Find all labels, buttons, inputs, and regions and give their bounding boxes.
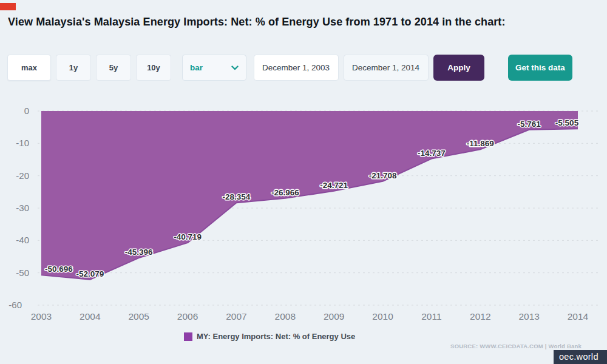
x-tick-label: 2004 bbox=[80, 311, 101, 322]
x-tick-label: 2013 bbox=[518, 311, 539, 322]
data-label: -52.079 bbox=[76, 269, 104, 278]
x-tick-label: 2007 bbox=[226, 311, 246, 322]
data-label: -14.737 bbox=[418, 149, 446, 158]
x-tick-label: 2009 bbox=[324, 311, 344, 322]
y-tick-label: -30 bbox=[16, 203, 29, 213]
y-tick-label: -40 bbox=[16, 235, 29, 245]
x-tick-label: 2011 bbox=[421, 311, 441, 322]
data-label: -50.696 bbox=[45, 265, 73, 274]
x-tick-label: 2008 bbox=[275, 311, 296, 322]
chart: 0-10-20-30-40-50-60200320042005200620072… bbox=[0, 0, 607, 364]
x-tick-label: 2010 bbox=[372, 311, 393, 322]
y-tick-label: -50 bbox=[16, 268, 29, 278]
source-attribution: SOURCE: WWW.CEICDATA.COM | World Bank bbox=[450, 343, 582, 349]
data-label: -26.966 bbox=[271, 188, 299, 197]
data-label: -5.761 bbox=[517, 120, 541, 129]
y-tick-label: -10 bbox=[16, 138, 29, 148]
x-tick-label: 2014 bbox=[568, 311, 589, 322]
x-tick-label: 2012 bbox=[470, 311, 490, 322]
x-tick-label: 2006 bbox=[177, 311, 198, 322]
x-tick-label: 2005 bbox=[128, 311, 149, 322]
data-label: -21.708 bbox=[369, 171, 397, 180]
data-label: -5.505 bbox=[555, 118, 579, 127]
data-label: -28.354 bbox=[223, 192, 251, 201]
page: View Malaysia's Malaysia Energy Imports:… bbox=[0, 0, 607, 364]
legend-label: MY: Energy Imports: Net: % of Energy Use bbox=[197, 332, 355, 341]
data-label: -45.396 bbox=[125, 248, 153, 257]
data-label: -11.869 bbox=[467, 139, 494, 148]
legend: MY: Energy Imports: Net: % of Energy Use bbox=[184, 332, 355, 341]
y-tick-label: 0 bbox=[24, 106, 29, 116]
area-series bbox=[41, 111, 578, 280]
data-label: -24.721 bbox=[320, 181, 348, 190]
data-label: -40.719 bbox=[174, 232, 202, 241]
x-tick-label: 2003 bbox=[31, 311, 52, 322]
watermark-badge: oec.world bbox=[554, 350, 607, 364]
legend-swatch bbox=[184, 332, 192, 341]
y-tick-label: -60 bbox=[8, 300, 22, 310]
y-tick-label: -20 bbox=[16, 170, 29, 181]
